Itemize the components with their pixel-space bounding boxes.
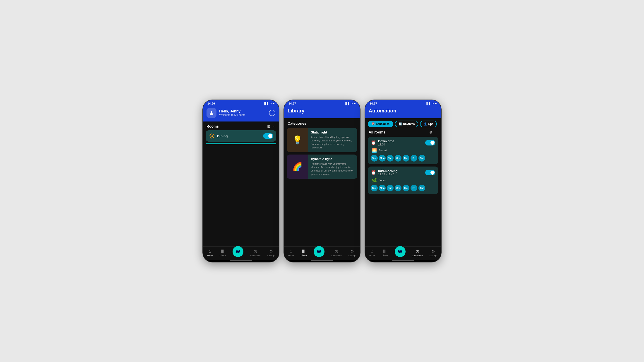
nav-settings-2[interactable]: ⚙ Settings — [348, 249, 356, 257]
room-toggle-dining[interactable] — [263, 133, 273, 139]
category-card-static[interactable]: 💡 Static light A selection of fixed ligh… — [287, 128, 357, 152]
status-time-3: 14:57 — [370, 102, 377, 105]
nav-settings-3[interactable]: ⚙ Settings — [429, 249, 437, 257]
midmorning-toggle[interactable] — [425, 170, 435, 175]
home-icon-1: ⌂ — [209, 249, 211, 254]
library-title: Library — [288, 108, 304, 114]
day-fri-1[interactable]: Fri — [410, 155, 417, 162]
static-light-name: Static light — [311, 131, 354, 134]
phone-2: 14:57 ▐▌▌ ⊙ ▰ Library Categories 💡 Stati… — [284, 99, 360, 263]
nav-settings-1[interactable]: ⚙ Settings — [267, 249, 275, 257]
room-card-dining[interactable]: 🔆 Dining — [206, 130, 276, 142]
downtime-meta: 🌅 Sunset — [371, 148, 435, 153]
day-sat-2[interactable]: Sat — [418, 185, 425, 191]
nav-automation-label-2: Automation — [331, 255, 342, 257]
add-button[interactable]: + — [269, 110, 275, 116]
brightness-bar[interactable] — [206, 143, 276, 144]
schedule-card-downtime[interactable]: ⏰ Down time 18:00 🌅 Sunset Sun Mon Tue W… — [368, 137, 438, 164]
grid-icon[interactable]: ⊞ — [267, 124, 270, 128]
nav-home-label-3: Home — [369, 254, 375, 257]
nav-automation-1[interactable]: ◷ Automation — [250, 249, 261, 257]
add-schedule-icon[interactable]: ⊕ — [429, 130, 432, 134]
greeting-text: Hello, Jenny Welcome to My home — [219, 109, 246, 116]
nav-w-button-3[interactable]: W — [395, 246, 406, 257]
nav-w-button-2[interactable]: W — [314, 246, 324, 257]
bottom-nav-1: ⌂ Home ||| Library W ◷ Automation ⚙ Sett… — [203, 246, 279, 260]
static-light-desc: A selection of fixed lighting options ca… — [311, 135, 354, 150]
schedules-icon: 📅 — [371, 122, 375, 126]
rhythms-icon: 🔄 — [398, 122, 402, 126]
more-schedule-icon[interactable]: ··· — [434, 130, 438, 134]
day-sat-1[interactable]: Sat — [418, 155, 425, 162]
day-tue-1[interactable]: Tue — [387, 155, 394, 162]
day-mon-1[interactable]: Mon — [379, 155, 386, 162]
settings-icon-3: ⚙ — [431, 249, 435, 254]
nav-automation-3[interactable]: ◷ Automation — [412, 249, 423, 257]
signal-icon-2: ▐▌▌ — [345, 102, 350, 105]
battery-icon-1: ▰ — [273, 102, 274, 105]
sunset-icon: 🌅 — [372, 148, 377, 153]
nav-library-2[interactable]: ||| Library — [300, 249, 307, 257]
day-mon-2[interactable]: Mon — [379, 185, 386, 191]
dynamic-light-text: Dynamic light Paint the walls with your … — [308, 155, 357, 179]
home-indicator-1 — [230, 260, 252, 261]
lamp-icon: 💡 — [292, 135, 302, 145]
library-icon-1: ||| — [221, 249, 224, 254]
signal-icon-3: ▐▌▌ — [426, 102, 431, 105]
day-wed-1[interactable]: Wed — [395, 155, 402, 162]
downtime-info: Down time 18:00 — [378, 139, 394, 146]
more-icon[interactable]: ··· — [272, 124, 275, 128]
status-icons-1: ▐▌▌ ⊙ ▰ — [264, 102, 274, 105]
midmorning-time: 11:15 - 11:45 — [378, 173, 398, 176]
day-fri-2[interactable]: Fri — [410, 185, 417, 191]
tab-rhythms[interactable]: 🔄 Rhythms — [395, 121, 418, 127]
nav-home-3[interactable]: ⌂ Home — [369, 249, 375, 257]
status-time-2: 14:57 — [288, 102, 296, 105]
tab-spa[interactable]: 👤 Spa — [420, 121, 437, 127]
day-thu-2[interactable]: Thu — [402, 185, 410, 191]
wifi-icon-1: ⊙ — [270, 102, 272, 105]
downtime-meta-text: Sunset — [378, 149, 387, 152]
category-card-dynamic[interactable]: 🌈 Dynamic light Paint the walls with you… — [287, 155, 357, 179]
nav-settings-label-2: Settings — [348, 255, 356, 257]
svg-point-0 — [210, 111, 212, 113]
nav-automation-2[interactable]: ◷ Automation — [331, 249, 342, 257]
dynamic-light-image: 🌈 — [287, 155, 308, 179]
midmorning-info: mid-morning 11:15 - 11:45 — [378, 169, 398, 176]
automation-icon-1: ◷ — [254, 249, 257, 254]
nav-home-label-1: Home — [207, 254, 213, 257]
automation-icon-3: ◷ — [416, 249, 419, 254]
downtime-days: Sun Mon Tue Wed Thu Fri Sat — [371, 155, 435, 162]
tab-row: 📅 Schedules 🔄 Rhythms 👤 Spa — [365, 118, 441, 129]
nav-home-2[interactable]: ⌂ Home — [288, 249, 294, 257]
nav-home-label-2: Home — [288, 254, 294, 257]
home-icon-3: ⌂ — [371, 249, 374, 254]
status-icons-2: ▐▌▌ ⊙ ▰ — [345, 102, 356, 105]
status-time-1: 14:56 — [208, 102, 215, 105]
rooms-section-header: Rooms ⊞ ··· — [203, 121, 279, 130]
room-name-dining: Dining — [217, 134, 228, 138]
nav-library-1[interactable]: ||| Library — [220, 249, 226, 257]
library-icon-2: ||| — [302, 249, 305, 254]
schedule-card-midmorning[interactable]: ⏰ mid-morning 11:15 - 11:45 🌿 Forest Sun… — [368, 167, 438, 194]
day-sun-2[interactable]: Sun — [371, 185, 378, 191]
nav-settings-label-3: Settings — [429, 255, 437, 257]
spa-icon: 👤 — [424, 122, 427, 126]
nav-library-3[interactable]: ||| Library — [382, 249, 388, 257]
status-bar-3: 14:57 ▐▌▌ ⊙ ▰ — [365, 100, 441, 106]
tab-schedules[interactable]: 📅 Schedules — [368, 121, 393, 127]
midmorning-meta: 🌿 Forest — [371, 178, 435, 183]
day-sun-1[interactable]: Sun — [371, 155, 378, 162]
room-icon-dining: 🔆 — [209, 133, 215, 139]
downtime-toggle[interactable] — [425, 140, 435, 145]
nav-w-button-1[interactable]: W — [232, 246, 244, 257]
downtime-icon: ⏰ — [371, 140, 376, 145]
day-tue-2[interactable]: Tue — [387, 185, 394, 191]
day-wed-2[interactable]: Wed — [395, 185, 402, 191]
home-header: Hello, Jenny Welcome to My home + — [203, 106, 279, 121]
greeting-subtitle: Welcome to My home — [219, 113, 246, 116]
nav-home-1[interactable]: ⌂ Home — [207, 249, 213, 257]
midmorning-name: mid-morning — [378, 169, 398, 173]
library-content: Categories 💡 Static light A selection of… — [284, 118, 360, 246]
day-thu-1[interactable]: Thu — [402, 155, 410, 162]
